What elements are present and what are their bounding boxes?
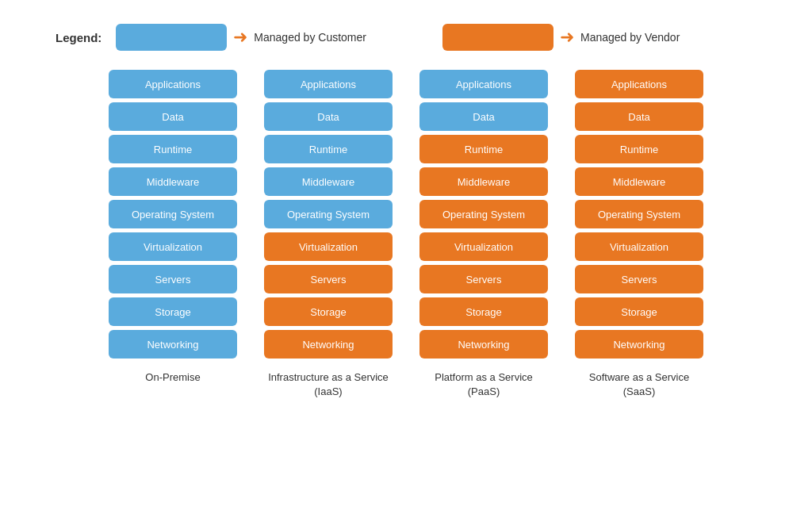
stack-item-storage-saas: Storage [575, 297, 703, 326]
legend: Legend: ➜ Managed by Customer ➜ Managed … [56, 24, 680, 51]
stack-item-data-paas: Data [419, 102, 548, 131]
stack-item-operating-system-on-premise: Operating System [109, 200, 237, 228]
stack-item-middleware-on-premise: Middleware [109, 167, 237, 196]
legend-vendor-box [442, 24, 553, 51]
column-label-saas: Software as a Service(SaaS) [589, 370, 689, 399]
column-paas: ApplicationsDataRuntimeMiddlewareOperati… [416, 70, 552, 399]
stack-item-runtime-saas: Runtime [575, 135, 703, 163]
stack-item-data-on-premise: Data [109, 102, 237, 131]
legend-customer-text: Managed by Customer [254, 31, 366, 44]
stack-item-storage-paas: Storage [419, 297, 548, 326]
stack-item-servers-iaas: Servers [264, 265, 393, 293]
stack-item-operating-system-paas: Operating System [419, 200, 548, 228]
stack-item-operating-system-iaas: Operating System [264, 200, 393, 228]
stack-item-virtualization-saas: Virtualization [575, 232, 703, 261]
column-on-premise: ApplicationsDataRuntimeMiddlewareOperati… [105, 70, 241, 399]
stack-item-networking-saas: Networking [575, 330, 703, 359]
stack-item-middleware-saas: Middleware [575, 167, 703, 196]
stack-item-middleware-iaas: Middleware [264, 167, 393, 196]
stack-item-runtime-iaas: Runtime [264, 135, 393, 163]
legend-customer-group: ➜ Managed by Customer [116, 24, 366, 51]
stack-item-networking-iaas: Networking [264, 330, 393, 359]
stack-item-networking-on-premise: Networking [109, 330, 237, 359]
legend-customer-box [116, 24, 227, 51]
stack-item-storage-on-premise: Storage [109, 297, 237, 326]
stack-item-virtualization-paas: Virtualization [419, 232, 548, 261]
stack-item-applications-on-premise: Applications [109, 70, 237, 98]
legend-customer-arrow: ➜ [233, 29, 247, 46]
columns-container: ApplicationsDataRuntimeMiddlewareOperati… [24, 70, 788, 399]
stack-item-data-iaas: Data [264, 102, 393, 131]
legend-vendor-group: ➜ Managed by Vendor [442, 24, 680, 51]
stack-item-runtime-on-premise: Runtime [109, 135, 237, 163]
stack-item-servers-saas: Servers [575, 265, 703, 293]
legend-vendor-arrow: ➜ [560, 29, 574, 46]
column-label-on-premise: On-Premise [145, 370, 200, 385]
column-iaas: ApplicationsDataRuntimeMiddlewareOperati… [260, 70, 396, 399]
stack-item-applications-saas: Applications [575, 70, 703, 98]
stack-item-networking-paas: Networking [419, 330, 548, 359]
stack-item-storage-iaas: Storage [264, 297, 393, 326]
stack-item-data-saas: Data [575, 102, 703, 131]
stack-item-applications-iaas: Applications [264, 70, 393, 98]
stack-item-operating-system-saas: Operating System [575, 200, 703, 228]
column-saas: ApplicationsDataRuntimeMiddlewareOperati… [571, 70, 707, 399]
stack-item-virtualization-iaas: Virtualization [264, 232, 393, 261]
stack-item-virtualization-on-premise: Virtualization [109, 232, 237, 261]
stack-item-applications-paas: Applications [419, 70, 548, 98]
stack-item-middleware-paas: Middleware [419, 167, 548, 196]
column-label-paas: Platform as a Service(PaaS) [435, 370, 533, 399]
stack-item-servers-paas: Servers [419, 265, 548, 293]
stack-item-runtime-paas: Runtime [419, 135, 548, 163]
legend-title: Legend: [56, 31, 102, 44]
stack-item-servers-on-premise: Servers [109, 265, 237, 293]
column-label-iaas: Infrastructure as a Service(IaaS) [268, 370, 389, 399]
legend-vendor-text: Managed by Vendor [580, 31, 680, 44]
